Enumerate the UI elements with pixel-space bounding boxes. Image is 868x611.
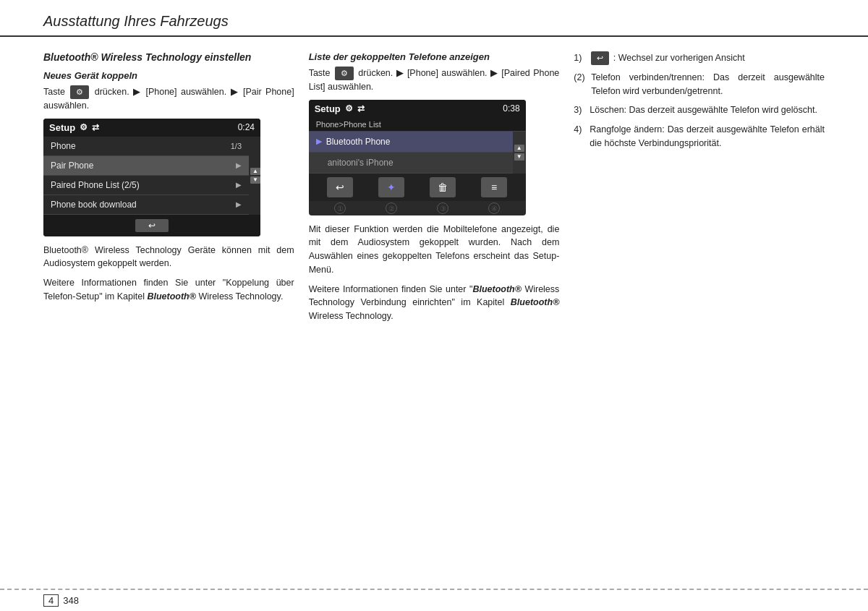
delete-icon-btn: 🗑 — [430, 177, 456, 197]
right-item-3: 3) Löschen: Das derzeit ausgewählte Tele… — [574, 103, 825, 117]
phone-list-subheader: Phone>Phone List — [309, 118, 526, 132]
right-item-4: 4) Rangfolge ändern: Das derzeit ausgewä… — [574, 123, 825, 150]
right-item-1: 1) ↩ : Wechsel zur vorherigen Ansicht — [574, 51, 825, 65]
desc-middle-2: Weitere Informationen finden Sie unter "… — [309, 283, 560, 323]
circled-1: ① — [334, 202, 346, 214]
header-title: Ausstattung Ihres Fahrzeugs — [43, 13, 229, 29]
screen1-title: Setup — [49, 122, 75, 133]
gear-btn-middle: ⚙ — [335, 67, 354, 80]
page-num-left: 4 — [43, 594, 59, 607]
desc-left-2: Weitere Informationen finden Sie unter "… — [43, 276, 294, 304]
item-num-4: 4) — [574, 123, 587, 150]
scroll-up-arrow: ▲ — [250, 168, 260, 175]
circled-nums-row: ① ② ③ ④ — [309, 201, 526, 215]
screen1-rows: Phone 1/3 Pair Phone ▶ Paired Phone List… — [43, 137, 249, 215]
right-item-2: (2) Telefon verbinden/trennen: Das derze… — [574, 71, 825, 98]
item-num-3: 3) — [574, 103, 587, 117]
phone-list-area: ▶ Bluetooth Phone anitooni's iPhone ▲ ▼ — [309, 132, 526, 174]
screen2-header: Setup ⚙ ⇄ 0:38 — [309, 100, 526, 118]
scroll-up-arrow-2: ▲ — [514, 145, 524, 152]
desc-left-1: Bluetooth® Wireless Technology Geräte kö… — [43, 244, 294, 271]
middle-column: Liste der gekoppelten Telefone anzeigen … — [309, 51, 560, 576]
bluetooth-icon-btn: ✦ — [378, 177, 404, 197]
screen1-scrollbar: ▲ ▼ — [250, 168, 260, 184]
screen1-row-paired-list: Paired Phone List (2/5) ▶ — [43, 176, 249, 195]
priority-icon-btn: ≡ — [481, 177, 507, 197]
page-footer: 4 348 — [0, 589, 868, 611]
gear-icon-2: ⚙ — [345, 103, 353, 114]
screen2-time: 0:38 — [503, 103, 519, 114]
screen1-time: 0:24 — [238, 122, 255, 132]
right-column: 1) ↩ : Wechsel zur vorherigen Ansicht (2… — [574, 51, 825, 576]
gear-icon: ⚙ — [80, 122, 88, 132]
left-column: Bluetooth® Wireless Technology einstelle… — [43, 51, 294, 576]
subsection-title-left: Neues Gerät koppeln — [43, 70, 294, 81]
phone-list-row-iphone: anitooni's iPhone — [309, 153, 513, 174]
circled-2: ② — [386, 202, 397, 214]
back-icon: ↩ — [135, 219, 169, 232]
main-section-title: Bluetooth® Wireless Technology einstelle… — [43, 51, 294, 63]
page-num-right: 348 — [63, 595, 79, 606]
item-num-1: 1) — [574, 51, 587, 65]
screen1-header: Setup ⚙ ⇄ 0:24 — [43, 119, 260, 137]
scroll-down-arrow: ▼ — [250, 176, 260, 184]
circled-3: ③ — [437, 202, 448, 214]
page-header: Ausstattung Ihres Fahrzeugs — [0, 0, 868, 37]
screen1-row-phonebook: Phone book download ▶ — [43, 195, 249, 215]
back-icon-btn: ↩ — [327, 177, 353, 197]
instruction-left: Taste ⚙ drücken. ▶ [Phone] auswählen. ▶ … — [43, 85, 294, 113]
item-num-2: (2) — [574, 71, 588, 98]
phone-list-row-bt: ▶ Bluetooth Phone — [309, 132, 513, 153]
bluetooth-icon: ▶ — [316, 137, 322, 146]
phone-icon-buttons: ↩ ✦ 🗑 ≡ — [309, 174, 526, 201]
circled-4: ④ — [488, 202, 500, 214]
screen1-row-pair-phone: Pair Phone ▶ — [43, 156, 249, 176]
screen2-scrollbar: ▲ ▼ — [513, 132, 526, 174]
arrows-icon-2: ⇄ — [357, 103, 365, 114]
desc-middle-1: Mit dieser Funktion werden die Mobiltele… — [309, 223, 560, 277]
screen1-row-phone: Phone 1/3 — [43, 137, 249, 156]
screen1-footer: ↩ — [43, 215, 260, 236]
screen2-title: Setup — [315, 103, 341, 114]
setup-screen-2: Setup ⚙ ⇄ 0:38 Phone>Phone List ▶ Blueto… — [309, 100, 526, 215]
back-icon-right: ↩ — [591, 51, 609, 65]
arrows-icon: ⇄ — [92, 122, 99, 132]
gear-btn-left: ⚙ — [70, 85, 89, 99]
scroll-down-arrow-2: ▼ — [514, 153, 524, 161]
subsection-title-middle: Liste der gekoppelten Telefone anzeigen — [309, 51, 560, 62]
setup-screen-1: Setup ⚙ ⇄ 0:24 Phone 1/3 Pair Phone — [43, 119, 260, 236]
instruction-middle: Taste ⚙ drücken. ▶ [Phone] auswählen. ▶ … — [309, 67, 560, 94]
